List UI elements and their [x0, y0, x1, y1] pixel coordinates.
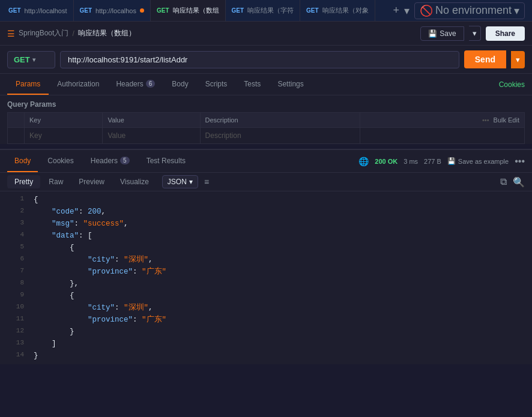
code-tab-visualize[interactable]: Visualize [113, 175, 156, 188]
tab-2-dot [140, 8, 144, 13]
share-button[interactable]: Share [486, 26, 525, 41]
line-number: 4 [5, 230, 24, 242]
tab-4[interactable]: GET 响应结果（字符 [226, 0, 301, 21]
json-line: 11 "province": "广东" [0, 314, 532, 326]
send-button[interactable]: Send [464, 50, 506, 68]
line-number: 5 [5, 242, 24, 254]
json-token: , [148, 256, 153, 264]
more-options-button[interactable]: ••• [515, 156, 525, 167]
breadcrumb: ☰ SpringBoot入门 / 响应结果（数组） [7, 28, 136, 38]
tab-2-method: GET [80, 7, 92, 14]
json-token: [ [88, 232, 92, 240]
tab-2[interactable]: GET http://localhos [74, 0, 151, 21]
params-label: Params [16, 80, 40, 88]
search-code-icon[interactable]: 🔍 [513, 176, 525, 188]
tab-body[interactable]: Body [163, 74, 196, 95]
json-token: "province" [88, 316, 133, 324]
json-token: , [101, 208, 106, 216]
method-selector[interactable]: GET ▾ [7, 51, 55, 68]
json-line: 9 { [0, 290, 532, 302]
filter-icon[interactable]: ≡ [204, 177, 209, 187]
response-size: 277 B [424, 158, 441, 165]
json-content: 1{2 "code": 200,3 "msg": "success",4 "da… [0, 191, 532, 364]
bulk-edit-button[interactable]: Bulk Edit [494, 116, 519, 124]
save-arrow-button[interactable]: ▾ [469, 26, 481, 41]
tab-2-label: http://localhos [95, 7, 136, 14]
collection-icon: ☰ [7, 29, 15, 38]
resp-tab-test-results[interactable]: Test Results [139, 150, 193, 172]
cookies-link[interactable]: Cookies [499, 80, 525, 89]
tab-scripts[interactable]: Scripts [197, 74, 236, 95]
tab-settings[interactable]: Settings [269, 74, 312, 95]
params-value-cell[interactable]: Value [103, 128, 200, 144]
json-line: 14} [0, 350, 532, 362]
json-token: "province" [88, 268, 133, 276]
json-token: } [70, 328, 74, 336]
json-line: 12 } [0, 326, 532, 338]
json-token: , [124, 220, 128, 228]
tab-actions: + ▾ 🚫 No environment ▾ [393, 2, 530, 19]
tab-headers[interactable]: Headers 6 [107, 74, 163, 95]
code-tab-preview[interactable]: Preview [71, 175, 112, 188]
json-token [34, 244, 70, 252]
save-as-example-button[interactable]: 💾 Save as example [447, 157, 509, 165]
code-tab-raw[interactable]: Raw [41, 175, 70, 188]
copy-icon[interactable]: ⧉ [500, 176, 507, 187]
code-tab-pretty[interactable]: Pretty [7, 175, 40, 188]
settings-label: Settings [277, 80, 303, 88]
tab-menu-button[interactable]: ▾ [404, 4, 410, 17]
resp-tab-cookies[interactable]: Cookies [40, 150, 80, 172]
json-line: 2 "code": 200, [0, 206, 532, 218]
request-tabs: Params Authorization Headers 6 Body Scri… [0, 74, 532, 95]
line-number: 9 [5, 290, 24, 302]
save-icon: 💾 [428, 29, 437, 38]
params-key-cell[interactable]: Key [25, 128, 103, 144]
tab-3[interactable]: GET 响应结果（数组 [151, 0, 226, 21]
tab-tests[interactable]: Tests [235, 74, 269, 95]
headers-badge: 6 [146, 80, 156, 88]
params-empty-checkbox[interactable] [8, 128, 25, 144]
tab-authorization[interactable]: Authorization [49, 74, 107, 95]
line-number: 12 [5, 326, 24, 338]
breadcrumb-root: SpringBoot入门 [19, 28, 68, 38]
json-token: : [115, 256, 124, 264]
resp-tab-headers[interactable]: Headers 5 [83, 150, 137, 172]
json-token: { [70, 292, 74, 300]
params-desc-header: Description [200, 113, 360, 128]
json-token: : [74, 220, 83, 228]
params-key-header: Key [25, 113, 103, 128]
env-selector[interactable]: 🚫 No environment ▾ [414, 2, 525, 19]
json-token: "深圳" [124, 256, 148, 264]
json-token [34, 220, 52, 228]
code-tabs: Pretty Raw Preview Visualize JSON ▾ ≡ ⧉ … [0, 173, 532, 191]
json-token [34, 316, 88, 324]
format-chevron-icon: ▾ [189, 178, 193, 186]
save-button[interactable]: 💾 Save [420, 26, 464, 41]
tab-1[interactable]: GET http://localhost [2, 0, 74, 21]
resp-headers-label: Headers [91, 157, 118, 165]
env-label: No environment [435, 4, 512, 17]
json-token: : [133, 316, 142, 324]
json-token: "深圳" [124, 304, 148, 312]
send-arrow-button[interactable]: ▾ [511, 51, 525, 68]
json-token [34, 292, 70, 300]
method-label: GET [14, 55, 30, 64]
params-desc-cell[interactable]: Description [200, 128, 360, 144]
url-input[interactable] [60, 51, 459, 68]
json-token: 200 [88, 208, 101, 216]
tab-5[interactable]: GET 响应结果（对象 [300, 0, 375, 21]
tab-5-method: GET [306, 7, 319, 14]
tab-3-label: 响应结果（数组 [173, 6, 219, 15]
header-bar: ☰ SpringBoot入门 / 响应结果（数组） 💾 Save ▾ Share [0, 22, 532, 46]
authorization-label: Authorization [57, 80, 99, 88]
line-number: 11 [5, 314, 24, 326]
format-selector[interactable]: JSON ▾ [162, 175, 198, 188]
line-number: 6 [5, 254, 24, 266]
json-token: , [148, 304, 153, 312]
scripts-label: Scripts [205, 80, 228, 88]
response-tabs: Body Cookies Headers 5 Test Results 🌐 20… [0, 150, 532, 173]
new-tab-button[interactable]: + [393, 4, 399, 17]
tab-params[interactable]: Params [7, 74, 49, 95]
resp-tab-body[interactable]: Body [7, 150, 38, 172]
response-status: 200 OK [375, 158, 397, 165]
